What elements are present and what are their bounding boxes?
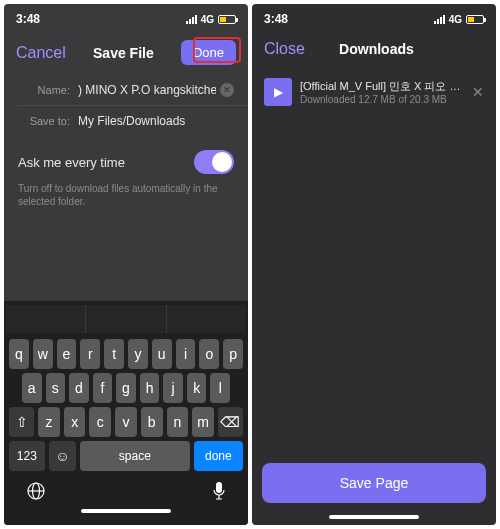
screen-save-file: 3:48 4G Cancel Save File Done Name: ) MI… — [4, 4, 248, 525]
battery-icon — [466, 15, 484, 24]
name-label: Name: — [18, 84, 70, 96]
key-z[interactable]: z — [38, 407, 60, 437]
key-t[interactable]: t — [104, 339, 124, 369]
keyboard: qwertyuiop asdfghjkl ⇧ zxcvbnm ⌫ 123 ☺ s… — [4, 301, 248, 525]
key-s[interactable]: s — [46, 373, 66, 403]
toggle-label: Ask me every time — [18, 155, 125, 170]
done-button[interactable]: Done — [181, 40, 236, 65]
key-w[interactable]: w — [33, 339, 53, 369]
network-label: 4G — [201, 14, 214, 25]
home-indicator[interactable] — [81, 509, 171, 513]
status-time: 3:48 — [264, 12, 434, 26]
status-bar: 3:48 4G — [252, 4, 496, 34]
page-title: Save File — [93, 45, 154, 61]
download-text: [Official M_V Full] 민호 X 피오 - 쓰담쓰담 (… Do… — [300, 79, 464, 105]
key-u[interactable]: u — [152, 339, 172, 369]
saveto-value: My Files/Downloads — [78, 114, 234, 128]
key-v[interactable]: v — [115, 407, 137, 437]
status-right: 4G — [434, 14, 484, 25]
status-bar: 3:48 4G — [4, 4, 248, 34]
key-j[interactable]: j — [163, 373, 183, 403]
key-h[interactable]: h — [140, 373, 160, 403]
download-title: [Official M_V Full] 민호 X 피오 - 쓰담쓰담 (… — [300, 79, 464, 94]
key-r[interactable]: r — [80, 339, 100, 369]
status-time: 3:48 — [16, 12, 186, 26]
signal-icon — [186, 15, 197, 24]
status-right: 4G — [186, 14, 236, 25]
name-input[interactable]: ) MINO X P.O kangskitchen2 Main Theme.r — [78, 83, 216, 97]
key-b[interactable]: b — [141, 407, 163, 437]
shift-key[interactable]: ⇧ — [9, 407, 34, 437]
download-subtitle: Downloaded 12.7 MB of 20.3 MB — [300, 94, 464, 105]
key-g[interactable]: g — [116, 373, 136, 403]
key-o[interactable]: o — [199, 339, 219, 369]
download-item[interactable]: ▶ [Official M_V Full] 민호 X 피오 - 쓰담쓰담 (… … — [252, 68, 496, 116]
nav-header: Cancel Save File Done — [4, 34, 248, 75]
hint-text: Turn off to download files automatically… — [4, 182, 248, 218]
name-row: Name: ) MINO X P.O kangskitchen2 Main Th… — [4, 75, 248, 105]
svg-rect-3 — [216, 482, 222, 493]
key-f[interactable]: f — [93, 373, 113, 403]
keyboard-done-key[interactable]: done — [194, 441, 243, 471]
saveto-label: Save to: — [18, 115, 70, 127]
signal-icon — [434, 15, 445, 24]
key-m[interactable]: m — [192, 407, 214, 437]
key-k[interactable]: k — [187, 373, 207, 403]
key-n[interactable]: n — [167, 407, 189, 437]
key-d[interactable]: d — [69, 373, 89, 403]
key-x[interactable]: x — [64, 407, 86, 437]
key-c[interactable]: c — [89, 407, 111, 437]
home-indicator[interactable] — [329, 515, 419, 519]
key-a[interactable]: a — [22, 373, 42, 403]
play-icon: ▶ — [264, 78, 292, 106]
key-i[interactable]: i — [176, 339, 196, 369]
space-key[interactable]: space — [80, 441, 190, 471]
clear-icon[interactable]: ✕ — [220, 83, 234, 97]
remove-download-icon[interactable]: ✕ — [472, 84, 484, 100]
key-q[interactable]: q — [9, 339, 29, 369]
key-y[interactable]: y — [128, 339, 148, 369]
cancel-button[interactable]: Cancel — [16, 44, 66, 62]
battery-icon — [218, 15, 236, 24]
page-title: Downloads — [339, 41, 414, 57]
backspace-key[interactable]: ⌫ — [218, 407, 243, 437]
keyboard-bottom — [6, 473, 246, 505]
ask-toggle[interactable] — [194, 150, 234, 174]
key-e[interactable]: e — [57, 339, 77, 369]
nav-header: Close Downloads — [252, 34, 496, 68]
globe-icon[interactable] — [26, 481, 46, 501]
saveto-row[interactable]: Save to: My Files/Downloads — [4, 106, 248, 136]
emoji-key[interactable]: ☺ — [49, 441, 76, 471]
network-label: 4G — [449, 14, 462, 25]
toggle-row: Ask me every time — [4, 136, 248, 182]
key-l[interactable]: l — [210, 373, 230, 403]
keyboard-suggestions[interactable] — [6, 305, 246, 333]
close-button[interactable]: Close — [264, 40, 305, 58]
mic-icon[interactable] — [212, 481, 226, 501]
save-page-button[interactable]: Save Page — [262, 463, 486, 503]
key-p[interactable]: p — [223, 339, 243, 369]
numbers-key[interactable]: 123 — [9, 441, 45, 471]
screen-downloads: 3:48 4G Close Downloads ▶ [Official M_V … — [252, 4, 496, 525]
